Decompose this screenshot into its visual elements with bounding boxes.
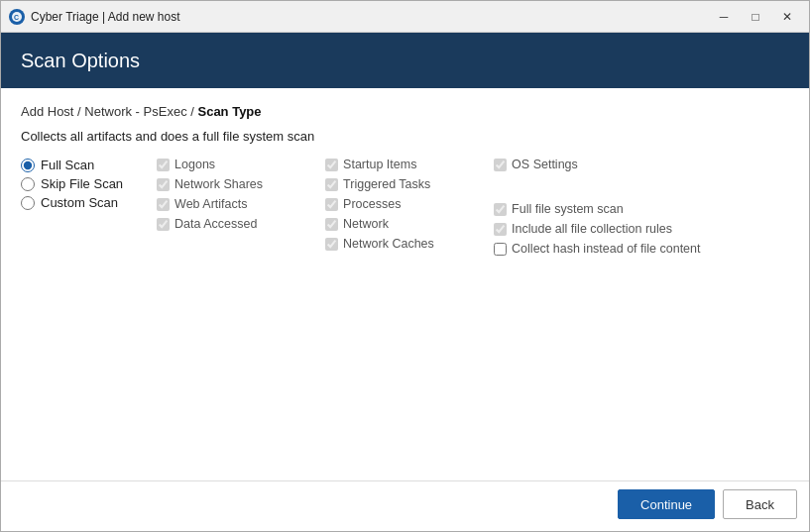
close-button[interactable]: ✕: [773, 7, 801, 27]
logons-label: Logons: [174, 158, 215, 171]
checkbox-col-3: OS Settings Full file system scan Includ…: [494, 158, 700, 256]
maximize-button[interactable]: □: [742, 7, 769, 27]
list-item[interactable]: Network Caches: [325, 237, 474, 251]
list-item[interactable]: Web Artifacts: [157, 197, 305, 211]
minimize-button[interactable]: ─: [710, 7, 738, 27]
list-item[interactable]: Logons: [157, 158, 305, 171]
startup-items-label: Startup Items: [343, 158, 416, 171]
os-settings-checkbox[interactable]: [494, 159, 507, 171]
network-checkbox[interactable]: [325, 218, 338, 231]
full-scan-radio[interactable]: [21, 159, 35, 172]
app-icon: C: [9, 9, 25, 25]
list-item[interactable]: Network Shares: [157, 177, 305, 191]
web-artifacts-checkbox[interactable]: [157, 198, 170, 211]
processes-label: Processes: [343, 197, 401, 211]
network-caches-label: Network Caches: [343, 237, 434, 251]
network-caches-checkbox[interactable]: [325, 238, 338, 251]
breadcrumb-sep2: /: [187, 104, 198, 119]
checkboxes-area: Logons Network Shares Web Artifacts Data…: [157, 158, 720, 256]
footer: Continue Back: [1, 481, 809, 531]
svg-text:C: C: [14, 14, 19, 21]
title-bar: C Cyber Triage | Add new host ─ □ ✕: [1, 1, 809, 33]
list-item[interactable]: Data Accessed: [157, 217, 305, 231]
startup-items-checkbox[interactable]: [325, 159, 338, 171]
full-scan-label: Full Scan: [41, 158, 94, 172]
custom-scan-option[interactable]: Custom Scan: [21, 195, 123, 210]
os-settings-label: OS Settings: [512, 158, 578, 171]
processes-checkbox[interactable]: [325, 198, 338, 211]
logons-checkbox[interactable]: [157, 159, 170, 171]
network-shares-label: Network Shares: [174, 177, 263, 191]
list-item[interactable]: Startup Items: [325, 158, 474, 171]
page-title: Scan Options: [21, 50, 140, 72]
back-button[interactable]: Back: [723, 489, 797, 519]
list-item[interactable]: Collect hash instead of file content: [494, 242, 700, 256]
list-item[interactable]: Include all file collection rules: [494, 222, 700, 236]
checkbox-col-2: Startup Items Triggered Tasks Processes …: [325, 158, 474, 256]
full-file-system-label: Full file system scan: [512, 202, 624, 216]
include-all-rules-checkbox[interactable]: [494, 223, 507, 236]
data-accessed-label: Data Accessed: [174, 217, 257, 231]
data-accessed-checkbox[interactable]: [157, 218, 170, 231]
triggered-tasks-checkbox[interactable]: [325, 178, 338, 191]
include-all-rules-label: Include all file collection rules: [512, 222, 672, 236]
breadcrumb-part3: Scan Type: [197, 104, 261, 119]
scan-description: Collects all artifacts and does a full f…: [21, 129, 789, 144]
breadcrumb-sep1: /: [73, 104, 84, 119]
list-item[interactable]: Processes: [325, 197, 474, 211]
header-bar: Scan Options: [1, 33, 809, 88]
triggered-tasks-label: Triggered Tasks: [343, 177, 430, 191]
checkbox-col-1: Logons Network Shares Web Artifacts Data…: [157, 158, 305, 256]
collect-hash-checkbox[interactable]: [494, 243, 507, 256]
skip-scan-label: Skip File Scan: [41, 176, 123, 191]
window-title: Cyber Triage | Add new host: [31, 10, 710, 24]
window-controls: ─ □ ✕: [710, 7, 801, 27]
breadcrumb-part1: Add Host: [21, 104, 73, 119]
custom-scan-label: Custom Scan: [41, 195, 118, 210]
continue-button[interactable]: Continue: [618, 489, 715, 519]
main-window: C Cyber Triage | Add new host ─ □ ✕ Scan…: [0, 0, 810, 532]
custom-scan-radio[interactable]: [21, 196, 35, 210]
breadcrumb-part2: Network - PsExec: [84, 104, 186, 119]
content-area: Add Host / Network - PsExec / Scan Type …: [1, 88, 809, 480]
skip-scan-radio[interactable]: [21, 177, 35, 191]
breadcrumb: Add Host / Network - PsExec / Scan Type: [21, 104, 789, 119]
network-label: Network: [343, 217, 389, 231]
scan-type-options: Full Scan Skip File Scan Custom Scan: [21, 158, 123, 210]
skip-file-scan-option[interactable]: Skip File Scan: [21, 176, 123, 191]
network-shares-checkbox[interactable]: [157, 178, 170, 191]
full-scan-option[interactable]: Full Scan: [21, 158, 123, 172]
list-item[interactable]: Full file system scan: [494, 202, 700, 216]
list-item[interactable]: Triggered Tasks: [325, 177, 474, 191]
list-item[interactable]: Network: [325, 217, 474, 231]
collect-hash-label: Collect hash instead of file content: [512, 242, 700, 256]
list-item[interactable]: OS Settings: [494, 158, 700, 171]
full-file-system-checkbox[interactable]: [494, 203, 507, 216]
web-artifacts-label: Web Artifacts: [174, 197, 247, 211]
